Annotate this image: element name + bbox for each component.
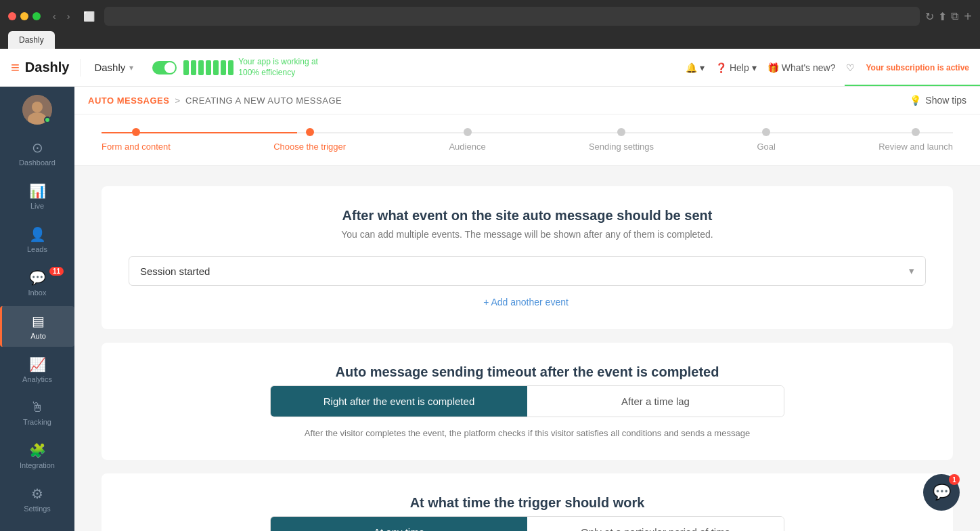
logo: ≡ Dashly — [11, 59, 81, 77]
leads-icon: 👤 — [29, 226, 46, 242]
sidebar-item-auto[interactable]: ▤ Auto — [0, 306, 74, 347]
bar-segment-5 — [213, 60, 219, 75]
immediate-button[interactable]: Right after the event is completed — [271, 386, 527, 417]
show-tips-button[interactable]: 💡 Show tips — [910, 95, 966, 106]
status-badge: Your app is working at 100% efficiency — [152, 57, 318, 78]
sidebar-item-dashboard[interactable]: ⊙ Dashboard — [0, 133, 74, 173]
traffic-light-red[interactable] — [8, 12, 16, 20]
step-sending[interactable]: Sending settings — [589, 128, 654, 152]
chat-bubble-button[interactable]: 💬 1 — [923, 474, 960, 511]
efficiency-text: Your app is working at 100% efficiency — [238, 57, 318, 78]
sidebar-item-label: Auto — [30, 332, 46, 340]
tracking-icon: 🖱 — [30, 400, 44, 415]
timeout-toggle-group: Right after the event is completed After… — [270, 385, 784, 417]
bar-segment-2 — [191, 60, 196, 75]
chat-badge: 1 — [949, 474, 960, 485]
step-review[interactable]: Review and launch — [878, 128, 953, 152]
traffic-light-green[interactable] — [32, 12, 41, 20]
chat-icon: 💬 — [933, 484, 951, 501]
sidebar-item-inbox[interactable]: 💬 Inbox 11 — [0, 263, 74, 303]
sidebar-item-label: Analytics — [22, 375, 52, 383]
event-dropdown[interactable]: Session started ▾ — [129, 256, 926, 286]
bar-segment-1 — [183, 60, 189, 75]
sidebar-toggle-button[interactable]: ⬜ — [79, 9, 99, 23]
step-goal[interactable]: Goal — [757, 128, 775, 152]
bar-segment-6 — [221, 60, 226, 75]
step-dot-goal — [762, 128, 770, 136]
subscription-text: Your subscription is active — [866, 63, 969, 72]
sidebar-item-tracking[interactable]: 🖱 Tracking — [0, 393, 74, 433]
workspace-arrow-icon: ▾ — [129, 63, 133, 72]
time-lag-button[interactable]: After a time lag — [527, 386, 784, 417]
bar-segment-3 — [198, 60, 204, 75]
step-label-audience: Audience — [449, 142, 485, 152]
back-button[interactable]: ‹ — [49, 9, 60, 23]
step-trigger[interactable]: Choose the trigger — [273, 128, 346, 152]
browser-tab[interactable]: Dashly — [8, 31, 55, 49]
breadcrumb-link[interactable]: AUTO MESSAGES — [88, 95, 169, 106]
whats-new-button[interactable]: 🎁 What's new? — [767, 62, 836, 73]
bookmark-button[interactable]: ⧉ — [951, 10, 958, 22]
chevron-down-icon: ▾ — [700, 62, 705, 73]
subscription-progress-bar — [845, 85, 980, 86]
particular-time-button[interactable]: Only at a particular period of time — [527, 517, 784, 531]
workspace-selector[interactable]: Dashly ▾ — [89, 59, 139, 76]
address-bar[interactable] — [104, 7, 920, 26]
sidebar-item-label: Tracking — [23, 418, 51, 426]
sidebar-item-live[interactable]: 📊 Live — [0, 176, 74, 217]
step-label-goal: Goal — [757, 142, 775, 152]
add-event-label: + Add another event — [483, 297, 569, 307]
share-button[interactable]: ⬆ — [938, 10, 947, 23]
step-label-sending: Sending settings — [589, 142, 654, 152]
event-section: After what event on the site auto messag… — [102, 186, 953, 329]
anytime-button[interactable]: At any time — [271, 517, 527, 531]
lightbulb-icon: 💡 — [910, 95, 921, 106]
workspace-name: Dashly — [94, 62, 125, 73]
forward-button[interactable]: › — [63, 9, 74, 23]
step-label-form: Form and content — [102, 142, 171, 152]
inbox-badge: 11 — [49, 267, 64, 276]
timeout-section: Auto message sending timeout after the e… — [102, 343, 953, 460]
logo-text: Dashly — [25, 60, 70, 75]
help-button[interactable]: ❓ Help ▾ — [715, 62, 757, 73]
settings-icon: ⚙ — [31, 486, 43, 502]
step-audience[interactable]: Audience — [449, 128, 485, 152]
sidebar: ⊙ Dashboard 📊 Live 👤 Leads 💬 Inbox 11 ▤ … — [0, 87, 74, 531]
sidebar-item-label: Inbox — [28, 289, 47, 297]
timeout-section-title: Auto message sending timeout after the e… — [129, 364, 926, 380]
progress-steps: Form and content Choose the trigger Audi… — [74, 114, 980, 166]
help-arrow-icon: ▾ — [752, 62, 757, 73]
step-label-trigger: Choose the trigger — [273, 142, 346, 152]
sidebar-item-settings[interactable]: ⚙ Settings — [0, 479, 74, 519]
step-label-review: Review and launch — [878, 142, 953, 152]
efficiency-bar: Your app is working at 100% efficiency — [183, 57, 318, 78]
notifications-button[interactable]: 🔔 ▾ — [686, 62, 705, 73]
step-dot-sending — [617, 128, 625, 136]
logo-icon: ≡ — [11, 59, 20, 77]
bar-segment-7 — [228, 60, 233, 75]
timeout-description: After the visitor completes the event, t… — [129, 428, 926, 438]
integration-icon: 🧩 — [29, 442, 46, 459]
add-event-button[interactable]: + Add another event — [129, 297, 926, 307]
show-tips-label: Show tips — [925, 95, 966, 106]
traffic-light-yellow[interactable] — [20, 12, 28, 20]
sidebar-item-leads[interactable]: 👤 Leads — [0, 219, 74, 260]
breadcrumb-separator: > — [175, 95, 180, 106]
reload-button[interactable]: ↻ — [925, 10, 934, 23]
sidebar-item-analytics[interactable]: 📈 Analytics — [0, 349, 74, 390]
sidebar-item-label: Dashboard — [19, 158, 55, 167]
favorites-button[interactable]: ♡ — [846, 62, 855, 73]
event-dropdown-value: Session started — [140, 266, 210, 277]
time-section: At what time the trigger should work At … — [102, 473, 953, 531]
analytics-icon: 📈 — [29, 356, 46, 373]
sidebar-item-integration[interactable]: 🧩 Integration — [0, 436, 74, 476]
scroll-content: After what event on the site auto messag… — [74, 166, 980, 531]
new-tab-button[interactable]: + — [964, 9, 972, 24]
sidebar-item-label: Settings — [24, 505, 51, 513]
sidebar-item-label: Live — [30, 202, 44, 210]
avatar-container[interactable] — [22, 95, 52, 125]
step-form[interactable]: Form and content — [102, 128, 171, 152]
event-section-title: After what event on the site auto messag… — [129, 208, 926, 224]
app-toggle[interactable] — [152, 61, 177, 75]
nav-right: 🔔 ▾ ❓ Help ▾ 🎁 What's new? ♡ Your subscr… — [686, 62, 969, 73]
